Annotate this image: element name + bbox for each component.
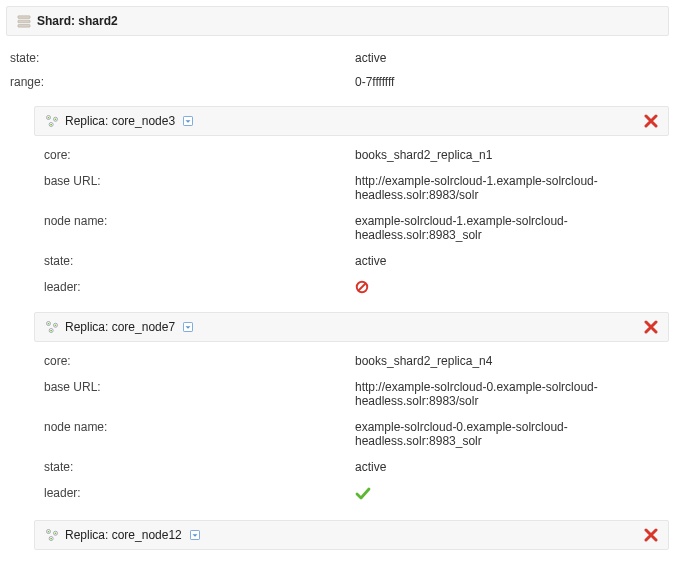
prop-label: core:: [44, 354, 355, 368]
dropdown-icon[interactable]: [183, 322, 193, 332]
svg-point-23: [55, 532, 57, 534]
replica-icon: [45, 320, 59, 334]
svg-point-17: [50, 330, 52, 332]
base-url-value: http://example-solrcloud-1.example-solrc…: [355, 174, 659, 202]
shard-icon: [17, 14, 31, 28]
svg-line-11: [359, 284, 366, 291]
replica-row: state:active: [44, 454, 659, 480]
state-value: active: [355, 460, 659, 474]
leader-value: [355, 280, 659, 294]
shard-properties: state: active range: 0-7fffffff: [0, 42, 675, 106]
shard-header[interactable]: Shard: shard2: [6, 6, 669, 36]
replica-properties: core:books_shard2_replica_n4base URL:htt…: [34, 342, 669, 520]
check-icon: [355, 486, 659, 502]
prop-label: node name:: [44, 420, 355, 448]
state-label: state:: [10, 51, 355, 65]
svg-point-24: [50, 538, 52, 540]
range-value: 0-7fffffff: [355, 75, 665, 89]
dropdown-icon[interactable]: [183, 116, 193, 126]
svg-rect-0: [18, 16, 30, 19]
svg-point-6: [48, 117, 50, 119]
replica-title: Replica: core_node3: [65, 114, 175, 128]
prop-label: base URL:: [44, 174, 355, 202]
delete-replica-button[interactable]: [644, 114, 658, 128]
shard-state-row: state: active: [10, 46, 665, 70]
shard-range-row: range: 0-7fffffff: [10, 70, 665, 94]
delete-replica-button[interactable]: [644, 528, 658, 542]
replica-row: state:active: [44, 248, 659, 274]
state-value: active: [355, 254, 659, 268]
node-name-value: example-solrcloud-1.example-solrcloud-he…: [355, 214, 659, 242]
core-value: books_shard2_replica_n4: [355, 354, 659, 368]
replica-row: node name:example-solrcloud-1.example-so…: [44, 208, 659, 248]
prop-label: state:: [44, 460, 355, 474]
replica-row: node name:example-solrcloud-0.example-so…: [44, 414, 659, 454]
base-url-value: http://example-solrcloud-0.example-solrc…: [355, 380, 659, 408]
svg-rect-1: [18, 20, 30, 23]
replica-row: core:books_shard2_replica_n1: [44, 142, 659, 168]
replica-properties: core:books_shard2_replica_n1base URL:htt…: [34, 136, 669, 312]
replica-title: Replica: core_node12: [65, 528, 182, 542]
replica-row: core:books_shard2_replica_n4: [44, 348, 659, 374]
forbidden-icon: [355, 280, 659, 294]
replica-row: base URL:http://example-solrcloud-0.exam…: [44, 374, 659, 414]
svg-rect-2: [18, 25, 30, 28]
prop-label: base URL:: [44, 380, 355, 408]
delete-replica-button[interactable]: [644, 320, 658, 334]
replica-icon: [45, 528, 59, 542]
svg-point-7: [55, 118, 57, 120]
range-label: range:: [10, 75, 355, 89]
state-value: active: [355, 51, 665, 65]
svg-point-15: [48, 323, 50, 325]
dropdown-icon[interactable]: [190, 530, 200, 540]
replica-header[interactable]: Replica: core_node12: [34, 520, 669, 550]
svg-point-8: [50, 124, 52, 126]
replica-row: leader:: [44, 480, 659, 508]
shard-title: Shard: shard2: [37, 14, 118, 28]
leader-value: [355, 486, 659, 502]
prop-label: state:: [44, 254, 355, 268]
prop-label: core:: [44, 148, 355, 162]
replica-header[interactable]: Replica: core_node7: [34, 312, 669, 342]
replica-row: base URL:http://example-solrcloud-1.exam…: [44, 168, 659, 208]
node-name-value: example-solrcloud-0.example-solrcloud-he…: [355, 420, 659, 448]
prop-label: node name:: [44, 214, 355, 242]
replica-row: leader:: [44, 274, 659, 300]
prop-label: leader:: [44, 486, 355, 502]
replica-title: Replica: core_node7: [65, 320, 175, 334]
core-value: books_shard2_replica_n1: [355, 148, 659, 162]
prop-label: leader:: [44, 280, 355, 294]
svg-point-16: [55, 324, 57, 326]
replica-icon: [45, 114, 59, 128]
replica-header[interactable]: Replica: core_node3: [34, 106, 669, 136]
svg-point-22: [48, 531, 50, 533]
